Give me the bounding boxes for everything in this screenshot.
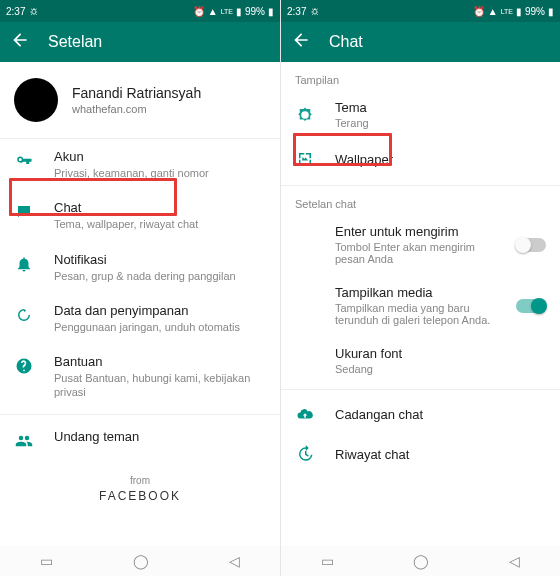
row-show-media[interactable]: Tampilkan media Tampilkan media yang bar… xyxy=(281,275,560,336)
profile-row[interactable]: Fanandi Ratriansyah whathefan.com xyxy=(0,62,280,138)
row-title: Enter untuk mengirim xyxy=(335,224,496,239)
data-icon xyxy=(14,305,34,325)
bell-icon xyxy=(14,254,34,274)
battery-pct: 99% xyxy=(245,6,265,17)
signal-bars-icon: ▮ xyxy=(516,6,522,17)
item-title: Chat xyxy=(54,200,266,215)
help-icon xyxy=(14,356,34,376)
item-title: Bantuan xyxy=(54,354,266,369)
section-display: Tampilan xyxy=(281,62,560,90)
signal-bars-icon: ▮ xyxy=(236,6,242,17)
lte-icon: LTE xyxy=(221,8,233,15)
status-time: 2:37 xyxy=(287,6,306,17)
settings-item-help[interactable]: Bantuan Pusat Bantuan, hubungi kami, keb… xyxy=(0,344,280,410)
profile-name: Fanandi Ratriansyah xyxy=(72,85,201,101)
people-icon xyxy=(14,431,34,451)
row-title: Riwayat chat xyxy=(335,447,546,462)
row-sub: Terang xyxy=(335,117,546,129)
app-bar-title: Setelan xyxy=(48,33,102,51)
status-time: 2:37 xyxy=(6,6,25,17)
settings-item-data[interactable]: Data dan penyimpanan Penggunaan jaringan… xyxy=(0,293,280,344)
status-icon: ⛭ xyxy=(310,6,320,17)
back-button[interactable] xyxy=(10,30,30,55)
row-theme[interactable]: Tema Terang xyxy=(281,90,560,139)
footer-from: from xyxy=(0,475,280,486)
alarm-icon: ⏰ xyxy=(193,6,205,17)
screen-chat-settings: 2:37 ⛭ ⏰ ▲ LTE ▮ 99% ▮ Chat Tampilan Tem… xyxy=(280,0,560,576)
nav-recent-icon[interactable]: ▭ xyxy=(321,553,334,569)
status-bar: 2:37 ⛭ ⏰ ▲ LTE ▮ 99% ▮ xyxy=(281,0,560,22)
nav-home-icon[interactable]: ◯ xyxy=(413,553,429,569)
toggle-show-media[interactable] xyxy=(516,299,546,313)
battery-icon: ▮ xyxy=(548,6,554,17)
cloud-upload-icon xyxy=(295,404,315,424)
signal-icon: ▲ xyxy=(208,6,218,17)
nav-back-icon[interactable]: ◁ xyxy=(229,553,240,569)
row-font-size[interactable]: Ukuran font Sedang xyxy=(281,336,560,385)
item-title: Undang teman xyxy=(54,429,266,444)
screen-settings: 2:37 ⛭ ⏰ ▲ LTE ▮ 99% ▮ Setelan Fanandi R… xyxy=(0,0,280,576)
item-title: Data dan penyimpanan xyxy=(54,303,266,318)
footer-brand: FACEBOOK xyxy=(0,489,280,503)
status-icon: ⛭ xyxy=(29,6,39,17)
item-sub: Privasi, keamanan, ganti nomor xyxy=(54,166,266,180)
row-title: Wallpaper xyxy=(335,152,546,167)
android-nav: ▭ ◯ ◁ xyxy=(281,546,560,576)
row-title: Cadangan chat xyxy=(335,407,546,422)
nav-home-icon[interactable]: ◯ xyxy=(133,553,149,569)
back-button[interactable] xyxy=(291,30,311,55)
nav-back-icon[interactable]: ◁ xyxy=(509,553,520,569)
row-title: Tema xyxy=(335,100,546,115)
settings-item-account[interactable]: Akun Privasi, keamanan, ganti nomor xyxy=(0,139,280,190)
lte-icon: LTE xyxy=(501,8,513,15)
item-title: Notifikasi xyxy=(54,252,266,267)
settings-item-chat[interactable]: Chat Tema, wallpaper, riwayat chat xyxy=(0,190,280,241)
profile-sub: whathefan.com xyxy=(72,103,201,115)
divider xyxy=(281,389,560,390)
item-sub: Penggunaan jaringan, unduh otomatis xyxy=(54,320,266,334)
brightness-icon xyxy=(295,105,315,125)
row-title: Ukuran font xyxy=(335,346,546,361)
alarm-icon: ⏰ xyxy=(473,6,485,17)
toggle-enter-send[interactable] xyxy=(516,238,546,252)
item-title: Akun xyxy=(54,149,266,164)
signal-icon: ▲ xyxy=(488,6,498,17)
status-bar: 2:37 ⛭ ⏰ ▲ LTE ▮ 99% ▮ xyxy=(0,0,280,22)
item-sub: Tema, wallpaper, riwayat chat xyxy=(54,217,266,231)
divider xyxy=(0,414,280,415)
row-chat-history[interactable]: Riwayat chat xyxy=(281,434,560,474)
app-bar: Setelan xyxy=(0,22,280,62)
section-chat: Setelan chat xyxy=(281,186,560,214)
key-icon xyxy=(14,151,34,171)
item-sub: Pusat Bantuan, hubungi kami, kebijakan p… xyxy=(54,371,266,400)
row-wallpaper[interactable]: Wallpaper xyxy=(281,139,560,179)
row-sub: Tampilkan media yang baru terunduh di ga… xyxy=(335,302,496,326)
row-enter-to-send[interactable]: Enter untuk mengirim Tombol Enter akan m… xyxy=(281,214,560,275)
wallpaper-icon xyxy=(295,149,315,169)
avatar xyxy=(14,78,58,122)
item-sub: Pesan, grup & nada dering panggilan xyxy=(54,269,266,283)
settings-item-invite[interactable]: Undang teman xyxy=(0,419,280,461)
android-nav: ▭ ◯ ◁ xyxy=(0,546,280,576)
app-bar: Chat xyxy=(281,22,560,62)
settings-item-notifications[interactable]: Notifikasi Pesan, grup & nada dering pan… xyxy=(0,242,280,293)
row-title: Tampilkan media xyxy=(335,285,496,300)
row-backup-chat[interactable]: Cadangan chat xyxy=(281,394,560,434)
nav-recent-icon[interactable]: ▭ xyxy=(40,553,53,569)
history-icon xyxy=(295,444,315,464)
battery-pct: 99% xyxy=(525,6,545,17)
row-sub: Tombol Enter akan mengirim pesan Anda xyxy=(335,241,496,265)
battery-icon: ▮ xyxy=(268,6,274,17)
row-sub: Sedang xyxy=(335,363,546,375)
app-bar-title: Chat xyxy=(329,33,363,51)
chat-icon xyxy=(14,202,34,222)
